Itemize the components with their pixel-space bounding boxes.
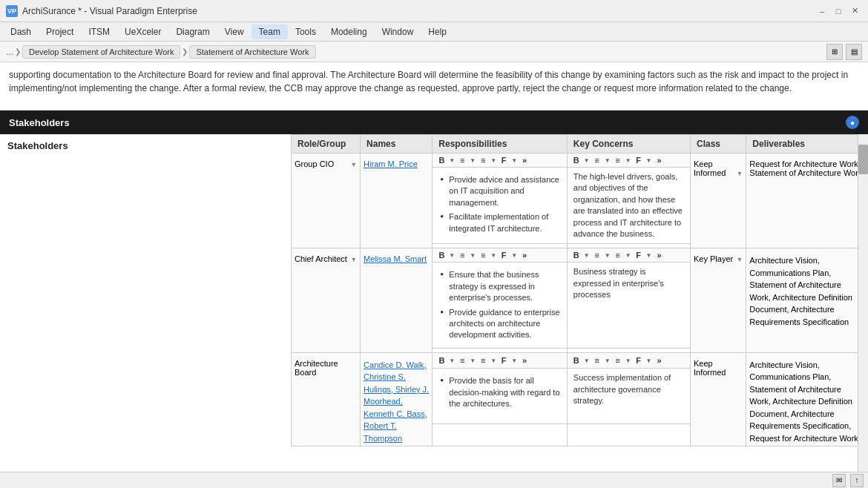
breadcrumb-icon-panel[interactable]: ▤: [846, 44, 862, 60]
list-kc-dropdown-r2[interactable]: ▼: [625, 252, 631, 259]
font-kc-dropdown-r3[interactable]: ▼: [646, 357, 652, 364]
breadcrumb-icon-grid[interactable]: ⊞: [826, 44, 843, 60]
col-deliverables: Deliverables: [746, 135, 868, 154]
list-kc-r1[interactable]: ≡: [612, 155, 624, 165]
list-dropdown-r1[interactable]: ▼: [490, 157, 496, 164]
more-btn-r1[interactable]: »: [519, 155, 530, 165]
align-kc-dropdown-r3[interactable]: ▼: [605, 357, 611, 364]
align-kc-r3[interactable]: ≡: [591, 355, 603, 366]
responsibilities-list-3: Provide the basis for all decision-makin…: [438, 375, 560, 409]
scrollbar-thumb[interactable]: [858, 145, 868, 174]
responsibilities-list-1: Provide advice and assistance on IT acqu…: [438, 174, 560, 234]
menu-diagram[interactable]: Diagram: [168, 24, 217, 39]
menu-dash[interactable]: Dash: [3, 24, 39, 39]
key-concerns-text-1: The high-level drivers, goals, and objec…: [573, 172, 683, 238]
list-btn-r3[interactable]: ≡: [477, 355, 489, 366]
responsibilities-toolbar-2: B ▼ ≡ ▼ ≡ ▼ F ▼ »: [435, 250, 563, 260]
menu-help[interactable]: Help: [421, 24, 454, 39]
bold-dropdown-r2[interactable]: ▼: [449, 252, 455, 259]
breadcrumb-item-1[interactable]: Develop Statement of Architecture Work: [22, 45, 180, 59]
class-dropdown-arrow-1[interactable]: ▼: [736, 168, 743, 177]
font-dropdown-r3[interactable]: ▼: [511, 357, 517, 364]
status-mail-icon[interactable]: ✉: [832, 474, 846, 487]
table-row-toolbar-2: Chief Architect ▼ Melissa M. Smart B ▼ ≡: [292, 248, 868, 263]
font-dropdown-r1[interactable]: ▼: [511, 157, 517, 164]
more-kc-r3[interactable]: »: [653, 355, 665, 366]
stakeholders-info-icon[interactable]: ●: [846, 116, 859, 129]
bold-kc-r3[interactable]: B: [571, 355, 582, 366]
align-kc-r2[interactable]: ≡: [591, 250, 603, 260]
bold-btn-r3[interactable]: B: [435, 355, 447, 366]
font-kc-r2[interactable]: F: [633, 250, 645, 260]
bold-dropdown-r3[interactable]: ▼: [449, 357, 455, 364]
font-kc-dropdown-r1[interactable]: ▼: [646, 157, 652, 164]
role-dropdown-arrow-1[interactable]: ▼: [350, 159, 357, 168]
list-dropdown-r3[interactable]: ▼: [490, 357, 496, 364]
name-arch-board[interactable]: Candice D. Walk, Christine S. Hulings, S…: [364, 360, 429, 443]
list-kc-dropdown-r3[interactable]: ▼: [625, 357, 631, 364]
bold-kc-dropdown-r1[interactable]: ▼: [584, 157, 590, 164]
class-group-cio: Keep Informed: [694, 159, 726, 177]
align-dropdown-r3[interactable]: ▼: [470, 357, 476, 364]
align-kc-dropdown-r2[interactable]: ▼: [605, 252, 611, 259]
font-btn-r1[interactable]: F: [498, 155, 510, 165]
breadcrumb-dots[interactable]: ...: [6, 47, 13, 57]
align-btn-r2[interactable]: ≡: [456, 250, 468, 260]
class-chief-architect: Key Player: [694, 254, 733, 263]
menu-tools[interactable]: Tools: [288, 24, 323, 39]
list-btn-r1[interactable]: ≡: [477, 155, 489, 165]
more-btn-r2[interactable]: »: [519, 250, 530, 260]
name-group-cio[interactable]: Hiram M. Price: [364, 159, 418, 168]
name-chief-architect[interactable]: Melissa M. Smart: [364, 254, 427, 263]
align-kc-dropdown-r1[interactable]: ▼: [605, 157, 611, 164]
list-btn-r2[interactable]: ≡: [477, 250, 489, 260]
responsibilities-list-2: Ensure that the business strategy is exp…: [438, 269, 560, 340]
close-button[interactable]: ✕: [847, 4, 862, 19]
list-item: Ensure that the business strategy is exp…: [438, 269, 560, 303]
role-dropdown-arrow-2[interactable]: ▼: [350, 254, 357, 263]
list-dropdown-r2[interactable]: ▼: [490, 252, 496, 259]
list-kc-r2[interactable]: ≡: [612, 250, 624, 260]
font-btn-r2[interactable]: F: [498, 250, 510, 260]
bold-kc-r2[interactable]: B: [571, 250, 582, 260]
bold-btn-r2[interactable]: B: [435, 250, 447, 260]
stakeholders-table-label: Stakeholders: [0, 134, 145, 157]
menu-itsm[interactable]: ITSM: [81, 24, 117, 39]
align-btn-r1[interactable]: ≡: [456, 155, 468, 165]
font-btn-r3[interactable]: F: [498, 355, 510, 366]
scrollbar[interactable]: [858, 134, 868, 472]
font-dropdown-r2[interactable]: ▼: [511, 252, 517, 259]
class-dropdown-arrow-2[interactable]: ▼: [736, 254, 743, 263]
list-kc-r3[interactable]: ≡: [612, 355, 624, 366]
bold-kc-dropdown-r3[interactable]: ▼: [584, 357, 590, 364]
list-kc-dropdown-r1[interactable]: ▼: [625, 157, 631, 164]
align-dropdown-r1[interactable]: ▼: [470, 157, 476, 164]
list-item: Provide advice and assistance on IT acqu…: [438, 174, 560, 208]
stakeholders-section-header: Stakeholders ●: [0, 111, 868, 134]
align-btn-r3[interactable]: ≡: [456, 355, 468, 366]
bold-kc-r1[interactable]: B: [571, 155, 582, 165]
menu-view[interactable]: View: [217, 24, 251, 39]
menu-modeling[interactable]: Modeling: [323, 24, 375, 39]
bold-kc-dropdown-r2[interactable]: ▼: [584, 252, 590, 259]
menu-project[interactable]: Project: [39, 24, 81, 39]
align-kc-r1[interactable]: ≡: [591, 155, 603, 165]
font-kc-r3[interactable]: F: [633, 355, 645, 366]
align-dropdown-r2[interactable]: ▼: [470, 252, 476, 259]
more-btn-r3[interactable]: »: [519, 355, 530, 366]
list-item: Facilitate implementation of integrated …: [438, 211, 560, 234]
menu-team[interactable]: Team: [251, 24, 288, 39]
menu-uexceler[interactable]: UeXceler: [117, 24, 168, 39]
maximize-button[interactable]: □: [831, 4, 846, 19]
bold-btn-r1[interactable]: B: [435, 155, 447, 165]
breadcrumb-item-2[interactable]: Statement of Architecture Work: [189, 45, 315, 59]
minimize-button[interactable]: –: [815, 4, 829, 19]
status-upload-icon[interactable]: ↑: [850, 474, 864, 487]
font-kc-r1[interactable]: F: [633, 155, 645, 165]
table-row-toolbar-1: Group CIO ▼ Hiram M. Price B ▼ ≡ ▼: [292, 154, 868, 168]
font-kc-dropdown-r2[interactable]: ▼: [646, 252, 652, 259]
menu-window[interactable]: Window: [375, 24, 421, 39]
more-kc-r1[interactable]: »: [653, 155, 665, 165]
bold-dropdown-r1[interactable]: ▼: [449, 157, 455, 164]
more-kc-r2[interactable]: »: [653, 250, 665, 260]
